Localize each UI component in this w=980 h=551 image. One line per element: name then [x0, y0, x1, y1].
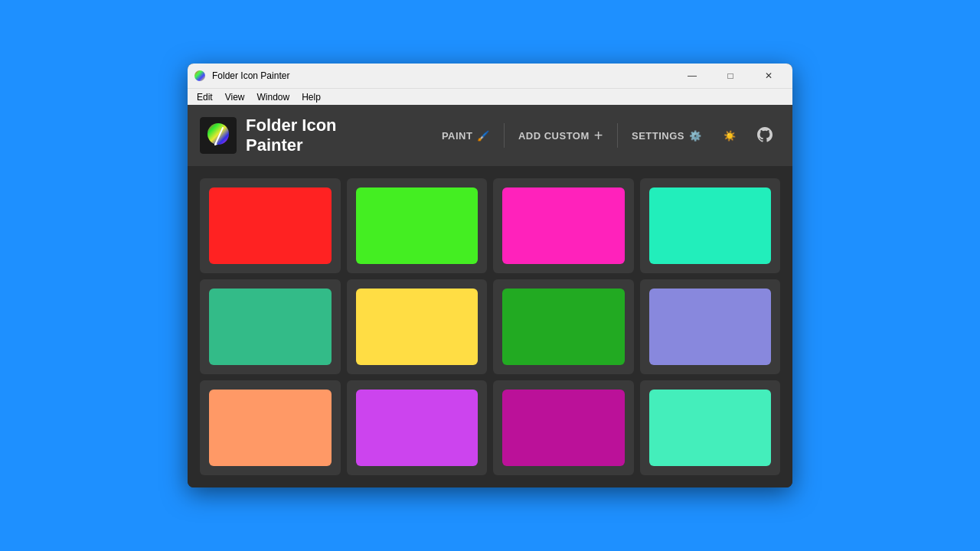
- menu-window[interactable]: Window: [250, 90, 296, 104]
- color-swatch-red: [209, 187, 332, 264]
- color-card-teal-green[interactable]: [200, 279, 341, 374]
- settings-button[interactable]: SETTINGS ⚙️: [624, 126, 710, 146]
- minimize-button[interactable]: —: [675, 64, 710, 88]
- color-swatch-violet: [356, 390, 479, 466]
- divider-2: [617, 123, 618, 148]
- color-card-violet[interactable]: [347, 380, 488, 475]
- window-title: Folder Icon Painter: [212, 70, 668, 81]
- color-card-purple[interactable]: [493, 380, 634, 475]
- color-card-peach-orange[interactable]: [200, 380, 341, 475]
- window-controls: — □ ✕: [675, 64, 786, 88]
- color-swatch-teal-green: [209, 289, 332, 365]
- divider-1: [504, 123, 505, 148]
- sun-icon: ☀️: [724, 130, 737, 142]
- color-swatch-purple: [502, 390, 625, 466]
- theme-toggle-button[interactable]: ☀️: [716, 126, 744, 146]
- settings-icon: ⚙️: [689, 130, 702, 142]
- color-card-dark-green[interactable]: [493, 279, 634, 374]
- color-card-yellow[interactable]: [347, 279, 488, 374]
- app-icon: [194, 70, 206, 82]
- app-title: Folder Icon Painter: [246, 116, 425, 156]
- menu-help[interactable]: Help: [296, 90, 327, 104]
- close-button[interactable]: ✕: [751, 64, 786, 88]
- color-swatch-dark-green: [502, 289, 625, 365]
- maximize-button[interactable]: □: [713, 64, 748, 88]
- color-swatch-lavender: [649, 289, 772, 365]
- color-swatch-peach-orange: [209, 390, 332, 466]
- paint-icon: 🖌️: [477, 130, 490, 142]
- color-card-lavender[interactable]: [640, 279, 781, 374]
- plus-icon: +: [594, 127, 603, 145]
- color-card-red[interactable]: [200, 178, 341, 273]
- svg-point-2: [207, 123, 229, 145]
- color-swatch-turquoise: [649, 187, 772, 264]
- add-custom-label: ADD CUSTOM: [518, 130, 590, 142]
- settings-label: SETTINGS: [632, 130, 684, 142]
- color-swatch-yellow: [356, 289, 479, 365]
- color-card-mint-green[interactable]: [640, 380, 781, 475]
- menu-view[interactable]: View: [219, 90, 251, 104]
- svg-point-0: [194, 70, 205, 81]
- app-header: Folder Icon Painter PAINT 🖌️ ADD CUSTOM …: [188, 105, 792, 166]
- menu-bar: Edit View Window Help: [188, 88, 792, 105]
- color-swatch-hot-pink: [502, 187, 625, 264]
- github-button[interactable]: [750, 122, 780, 149]
- github-icon: [757, 127, 773, 145]
- header-actions: PAINT 🖌️ ADD CUSTOM + SETTINGS ⚙️ ☀️: [434, 122, 780, 149]
- add-custom-button[interactable]: ADD CUSTOM +: [511, 122, 611, 149]
- color-swatch-lime-green: [356, 187, 479, 264]
- title-bar: Folder Icon Painter — □ ✕: [188, 64, 792, 88]
- color-card-hot-pink[interactable]: [493, 178, 634, 273]
- app-logo: [200, 117, 237, 154]
- color-grid: [188, 166, 792, 487]
- color-card-turquoise[interactable]: [640, 178, 781, 273]
- color-card-lime-green[interactable]: [347, 178, 488, 273]
- color-swatch-mint-green: [649, 390, 772, 466]
- paint-label: PAINT: [442, 130, 473, 142]
- main-window: Folder Icon Painter — □ ✕ Edit View Wind…: [188, 64, 792, 487]
- paint-button[interactable]: PAINT 🖌️: [434, 126, 498, 146]
- menu-edit[interactable]: Edit: [191, 90, 219, 104]
